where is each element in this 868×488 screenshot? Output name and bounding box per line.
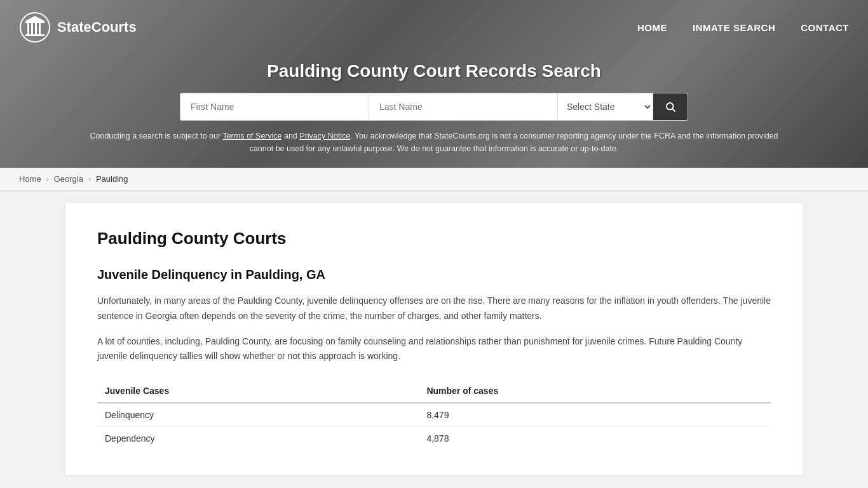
first-name-input[interactable] [180, 93, 369, 120]
logo-icon [19, 11, 51, 43]
search-bar: Select StateAlabamaAlaskaArizonaArkansas… [180, 93, 688, 121]
privacy-link[interactable]: Privacy Notice [299, 132, 350, 140]
site-logo[interactable]: StateCourts [19, 11, 137, 43]
disclaimer-text: Conducting a search is subject to our Te… [85, 130, 783, 155]
svg-rect-5 [39, 23, 41, 34]
case-count-cell: 8,479 [419, 403, 771, 427]
breadcrumb-state[interactable]: Georgia [54, 174, 83, 184]
state-select[interactable]: Select StateAlabamaAlaskaArizonaArkansas… [558, 93, 653, 120]
search-icon [665, 101, 676, 112]
breadcrumb-county: Paulding [96, 174, 128, 184]
svg-rect-3 [31, 23, 33, 34]
table-row: Delinquency8,479 [97, 403, 771, 427]
nav-home[interactable]: HOME [637, 22, 667, 33]
page-title: Paulding County Courts [97, 229, 771, 248]
paragraph-2: A lot of counties, including, Paulding C… [97, 334, 771, 365]
table-row: Dependency4,878 [97, 427, 771, 451]
breadcrumb-home[interactable]: Home [19, 174, 41, 184]
terms-link[interactable]: Terms of Service [222, 132, 281, 140]
nav-links: HOME INMATE SEARCH CONTACT [637, 22, 849, 33]
svg-rect-4 [35, 23, 37, 34]
section-heading: Juvenile Delinquency in Paulding, GA [97, 268, 771, 282]
cases-table: Juvenile Cases Number of cases Delinquen… [97, 379, 771, 450]
site-header: StateCourts HOME INMATE SEARCH CONTACT P… [0, 0, 868, 168]
site-name: StateCourts [57, 19, 137, 36]
nav-inmate-search[interactable]: INMATE SEARCH [693, 22, 775, 33]
main-content: Paulding County Courts Juvenile Delinque… [0, 191, 868, 488]
case-type-cell: Dependency [97, 427, 419, 451]
search-section: Paulding County Court Records Search Sel… [0, 55, 868, 168]
navigation: StateCourts HOME INMATE SEARCH CONTACT [0, 0, 868, 55]
case-count-cell: 4,878 [419, 427, 771, 451]
svg-rect-6 [25, 21, 44, 23]
svg-rect-2 [27, 23, 29, 34]
svg-marker-7 [25, 16, 44, 21]
svg-rect-1 [25, 34, 44, 36]
search-button[interactable] [653, 93, 688, 120]
case-type-cell: Delinquency [97, 403, 419, 427]
paragraph-1: Unfortunately, in many areas of the Paul… [97, 294, 771, 324]
breadcrumb-sep-2: › [88, 175, 91, 184]
table-col2-header: Number of cases [419, 379, 771, 403]
svg-point-8 [667, 103, 674, 110]
svg-line-9 [672, 109, 675, 111]
breadcrumb: Home › Georgia › Paulding [0, 168, 868, 191]
content-card: Paulding County Courts Juvenile Delinque… [65, 203, 803, 475]
breadcrumb-sep-1: › [46, 175, 49, 184]
table-col1-header: Juvenile Cases [97, 379, 419, 403]
last-name-input[interactable] [369, 93, 558, 120]
search-title: Paulding County Court Records Search [13, 61, 855, 81]
nav-contact[interactable]: CONTACT [801, 22, 849, 33]
